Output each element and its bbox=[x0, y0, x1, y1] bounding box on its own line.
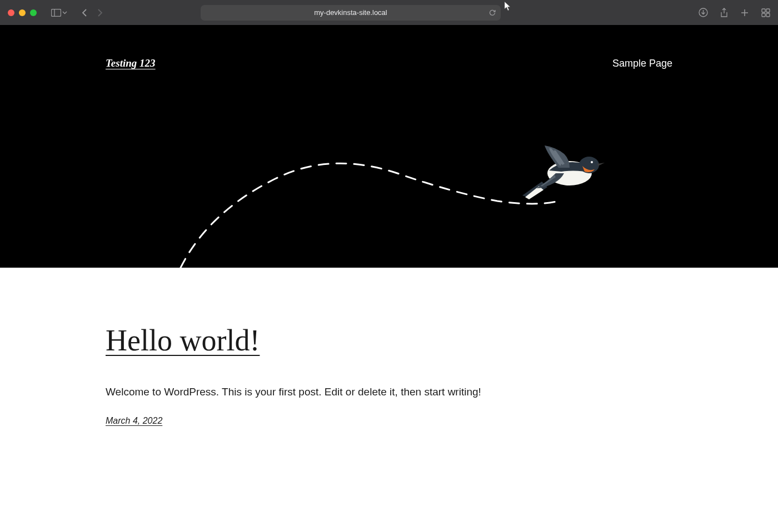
hero-section: Testing 123 Sample Page bbox=[0, 25, 778, 268]
post-date-link[interactable]: March 4, 2022 bbox=[106, 416, 162, 425]
minimize-window-button[interactable] bbox=[19, 9, 26, 16]
url-text: my-devkinsta-site.local bbox=[314, 8, 387, 17]
post-title-link[interactable]: Hello world! bbox=[106, 323, 672, 358]
forward-button[interactable] bbox=[97, 8, 103, 17]
reload-button[interactable] bbox=[488, 9, 496, 17]
chevron-down-icon bbox=[62, 11, 67, 14]
hero-illustration bbox=[100, 129, 778, 268]
sidebar-icon bbox=[51, 9, 61, 17]
nav-sample-page[interactable]: Sample Page bbox=[612, 58, 672, 69]
site-title-link[interactable]: Testing 123 bbox=[106, 57, 156, 69]
post-excerpt: Welcome to WordPress. This is your first… bbox=[106, 384, 672, 400]
browser-toolbar: my-devkinsta-site.local bbox=[0, 0, 778, 25]
downloads-button[interactable] bbox=[699, 8, 708, 17]
back-button[interactable] bbox=[82, 8, 87, 17]
navigation-arrows bbox=[82, 8, 103, 17]
address-bar-container: my-devkinsta-site.local bbox=[107, 5, 594, 21]
window-controls bbox=[8, 9, 37, 16]
flight-path-icon bbox=[100, 129, 778, 268]
new-tab-button[interactable] bbox=[740, 8, 749, 17]
site-header: Testing 123 Sample Page bbox=[106, 57, 672, 69]
svg-rect-5 bbox=[762, 13, 765, 17]
svg-rect-6 bbox=[766, 13, 770, 17]
page-content: Testing 123 Sample Page bbox=[0, 25, 778, 532]
svg-point-9 bbox=[591, 161, 593, 163]
reload-icon bbox=[488, 9, 496, 17]
address-bar[interactable]: my-devkinsta-site.local bbox=[201, 5, 501, 21]
maximize-window-button[interactable] bbox=[30, 9, 37, 16]
svg-rect-3 bbox=[762, 9, 765, 12]
share-button[interactable] bbox=[720, 8, 728, 18]
svg-rect-4 bbox=[766, 9, 770, 12]
bird-icon bbox=[517, 143, 606, 204]
tab-overview-button[interactable] bbox=[761, 8, 770, 17]
toolbar-right bbox=[699, 8, 770, 18]
main-content: Hello world! Welcome to WordPress. This … bbox=[0, 268, 778, 426]
cursor-icon bbox=[504, 1, 512, 11]
svg-rect-0 bbox=[52, 9, 61, 16]
sidebar-toggle-button[interactable] bbox=[51, 9, 67, 17]
close-window-button[interactable] bbox=[8, 9, 14, 16]
